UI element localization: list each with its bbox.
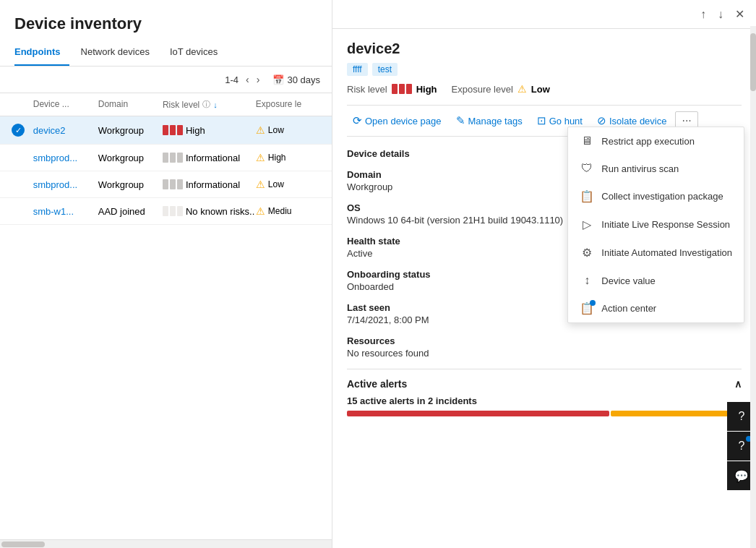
warn-icon: ⚠ [256,205,265,217]
collapse-icon: ∧ [734,378,742,390]
risk-label: High [186,125,205,136]
risk-bar-2 [170,179,176,189]
tab-iot-devices[interactable]: IoT devices [170,40,226,66]
table-row[interactable]: ✓ device2 Workgroup High ⚠ Low [0,116,332,145]
active-alerts-section[interactable]: Active alerts ∧ [347,369,742,395]
alert-bar-red [347,411,609,416]
open-device-button[interactable]: ⟳ Open device page [347,111,447,130]
pagination-nav: ‹ › [243,72,262,87]
isolate-icon: ⊘ [597,114,606,127]
resources-section: Resources No resources found [347,335,742,359]
risk-level-label: Risk level [347,84,387,95]
dropdown-automated[interactable]: ⚙ Initiate Automated Investigation [568,239,744,267]
dropdown-antivirus[interactable]: 🛡 Run antivirus scan [568,155,744,182]
risk-bars [163,179,183,189]
page-title: Device inventory [0,0,332,40]
col-header-domain[interactable]: Domain [98,99,163,110]
next-button[interactable]: › [254,72,263,87]
panel-down-button[interactable]: ↓ [715,6,726,22]
chat-icon: 💬 [734,469,749,483]
table-row[interactable]: smbprod... Workgroup Informational ⚠ Hig… [0,145,332,171]
dropdown-action-center[interactable]: 📋 Action center [568,294,744,322]
collect-icon: 📋 [580,189,594,203]
risk-bar-1 [163,153,168,163]
risk-bar-3 [177,179,183,189]
exposure-label: High [268,153,286,163]
risk-bar-1 [163,179,168,189]
help-icon-1: ? [739,410,745,423]
panel-header-controls: ↑ ↓ ✕ [332,0,756,29]
col-header-device[interactable]: Device ... [33,99,98,110]
dropdown-live-response[interactable]: ▷ Initiate Live Response Session [568,210,744,239]
alerts-count: 15 active alerts in 2 incidents [347,395,742,406]
more-actions-dropdown: 🖥 Restrict app execution 🛡 Run antivirus… [567,127,744,323]
vertical-scrollbar[interactable] [750,26,756,548]
risk-cell: Informational [163,179,256,190]
exposure-badge: ⚠ Low [256,124,320,136]
tag-test[interactable]: test [372,63,398,76]
alert-bar-orange [611,411,742,416]
risk-bar-d2 [399,84,405,94]
risk-bar-2 [170,206,176,216]
table-body: ✓ device2 Workgroup High ⚠ Low [0,116,332,539]
risk-level-value: High [416,84,437,95]
exposure-cell: ⚠ High [256,152,320,163]
domain-cell: Workgroup [98,153,163,163]
warn-icon: ⚠ [256,179,265,190]
risk-bar-2 [170,153,176,163]
table-row[interactable]: smb-w1... AAD joined No known risks.. ⚠ … [0,198,332,225]
manage-tags-button[interactable]: ✎ Manage tags [450,111,528,130]
automated-icon: ⚙ [580,246,594,260]
resources-value: No resources found [347,348,742,359]
horizontal-scrollbar[interactable] [0,539,332,548]
table-header: Device ... Domain Risk level ⓘ ↓ Exposur… [0,93,332,116]
alert-bar-chart [347,411,742,416]
exposure-cell: ⚠ Mediu [256,205,320,217]
col-header-check [12,99,33,110]
scrollbar-thumb [1,541,45,547]
risk-label: Informational [186,179,240,190]
dropdown-device-value[interactable]: ↕ Device value [568,267,744,294]
domain-cell: Workgroup [98,179,163,190]
device-name-cell: smb-w1... [33,206,98,217]
risk-label: No known risks.. [186,206,254,217]
tab-network-devices[interactable]: Network devices [81,40,158,66]
risk-bar-1 [163,125,168,135]
col-header-exposure[interactable]: Exposure le [256,99,320,110]
exposure-label: Mediu [268,206,292,216]
risk-bar-3 [177,206,183,216]
exposure-badge: ⚠ High [256,152,320,163]
detail-device-name: device2 [347,40,742,57]
exposure-level-label: Exposure level [452,84,513,95]
dropdown-collect[interactable]: 📋 Collect investigation package [568,182,744,210]
restrict-icon: 🖥 [580,134,594,147]
panel-close-button[interactable]: ✕ [732,6,747,22]
tags-container: ffff test [347,63,742,76]
go-hunt-icon: ⊡ [537,114,546,127]
risk-exposure-row: Risk level High Exposure level ⚠ Low [347,83,742,95]
device-name-cell: device2 [33,125,98,136]
panel-up-button[interactable]: ↑ [697,6,709,22]
prev-button[interactable]: ‹ [243,72,252,87]
domain-cell: AAD joined [98,206,163,217]
risk-bar-d3 [406,84,412,94]
date-filter-label: 30 days [287,74,320,85]
antivirus-icon: 🛡 [580,162,594,175]
risk-cell: No known risks.. [163,206,256,217]
tab-endpoints[interactable]: Endpoints [14,40,69,66]
table-row[interactable]: smbprod... Workgroup Informational ⚠ Low [0,171,332,198]
date-filter[interactable]: 📅 30 days [272,74,320,85]
manage-tags-icon: ✎ [456,114,465,127]
dropdown-restrict[interactable]: 🖥 Restrict app execution [568,127,744,155]
risk-bar-d1 [392,84,398,94]
warn-icon: ⚠ [256,152,265,163]
risk-label: Informational [186,153,240,163]
tag-ffff[interactable]: ffff [347,63,368,76]
domain-cell: Workgroup [98,125,163,136]
risk-sort-icon: ↓ [213,100,218,109]
toolbar: 1-4 ‹ › 📅 30 days [0,67,332,93]
col-header-risk[interactable]: Risk level ⓘ ↓ [163,99,256,110]
pagination-text: 1-4 [225,74,239,85]
active-alerts-label: Active alerts [347,378,407,390]
row-check: ✓ [12,124,33,137]
